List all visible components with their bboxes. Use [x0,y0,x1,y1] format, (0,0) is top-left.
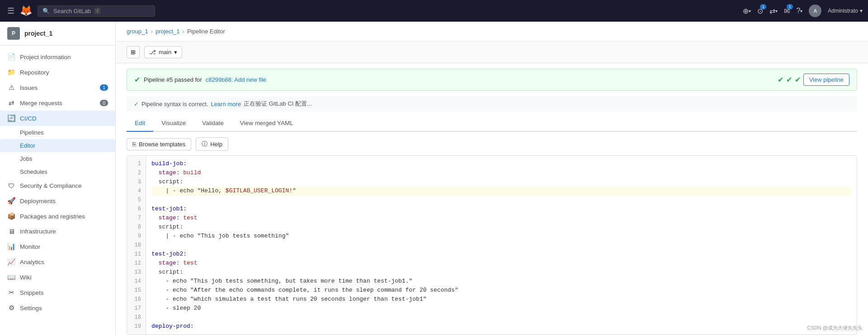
sidebar-item-deployments-label: Deployments [20,198,56,205]
cicd-icon: 🔄 [7,114,15,122]
diagram-view-button[interactable]: ⊞ [127,46,140,58]
sidebar-sub-jobs-label: Jobs [20,155,32,162]
wiki-icon: 📖 [7,273,15,281]
sidebar-item-settings-label: Settings [20,305,42,312]
sidebar-item-analytics[interactable]: 📈 Analytics [0,254,115,270]
user-name-label: Administrato [828,8,858,14]
sidebar-item-merge-requests[interactable]: ⇄ Merge requests 0 [0,95,115,111]
deployments-icon: 🚀 [7,197,15,205]
help-button[interactable]: ⓘ Help [196,137,228,151]
tab-visualize[interactable]: Visualize [153,115,194,132]
sidebar-item-snippets[interactable]: ✂ Snippets [0,285,115,300]
line-number: 7 [127,214,146,223]
breadcrumb-project[interactable]: project_1 [156,28,179,35]
search-slash-badge: / [94,8,100,14]
code-line: - echo "which simulates a test that runs… [151,295,851,304]
line-number: 15 [127,286,146,295]
help-nav-button[interactable]: ?▾ [796,7,802,15]
sidebar-project-header[interactable]: P project_1 [0,22,115,46]
pipeline-commit-link[interactable]: c8299b88: Add new file [206,76,266,83]
editor-actions: ⎘ Browse templates ⓘ Help [127,137,857,151]
code-line: - sleep 20 [151,304,851,313]
user-menu[interactable]: Administrato ▾ [828,8,863,14]
code-line: script: [151,177,851,186]
user-avatar[interactable]: A [809,5,821,17]
code-line [151,241,851,250]
search-bar[interactable]: 🔍 Search GitLab / [38,5,155,17]
sidebar-item-packages[interactable]: 📦 Packages and registries [0,209,115,224]
line-number: 8 [127,223,146,232]
breadcrumb-group[interactable]: group_1 [127,28,148,35]
code-line: deploy-prod: [151,322,851,331]
sidebar-item-security[interactable]: 🛡 Security & Compliance [0,178,115,193]
branch-selector[interactable]: ⎇ main ▾ [144,46,182,58]
pipeline-status-icon-2: ✔ [786,75,792,84]
breadcrumb-sep-1: › [151,28,153,35]
code-content[interactable]: build-job: stage: build script: | - echo… [146,156,857,335]
sidebar-sub-jobs[interactable]: Jobs [0,152,115,165]
sidebar-item-issues[interactable]: ⚠ Issues 1 [0,80,115,95]
branch-name: main [159,49,171,56]
line-number: 17 [127,304,146,313]
merge-requests-icon: ⇄ [7,99,15,107]
line-number: 14 [127,277,146,286]
settings-icon: ⚙ [7,304,15,312]
code-line: stage: test [151,214,851,223]
sidebar-sub-pipelines[interactable]: Pipelines [0,126,115,139]
line-number: 1 [127,159,146,168]
pipeline-check-icon: ✔ [134,75,140,84]
sidebar-item-repository-label: Repository [20,69,49,76]
merge-requests-nav-button[interactable]: ⇄▾ [769,7,778,15]
browse-templates-button[interactable]: ⎘ Browse templates [127,138,191,150]
tab-view-merged[interactable]: View merged YAML [232,115,302,132]
sidebar-item-deployments[interactable]: 🚀 Deployments [0,193,115,209]
sidebar-sub-pipelines-label: Pipelines [20,129,44,136]
issues-icon: ⚠ [7,84,15,92]
mail-nav-button[interactable]: ✉ 1 [784,7,790,15]
plus-menu-button[interactable]: ⊕▾ [743,7,751,15]
sidebar-item-repository[interactable]: 📁 Repository [0,65,115,80]
security-icon: 🛡 [7,182,15,190]
sidebar-item-analytics-label: Analytics [20,259,44,265]
sidebar-item-merge-requests-label: Merge requests [20,100,62,107]
hamburger-icon[interactable]: ☰ [5,4,16,18]
line-number: 18 [127,313,146,322]
pipeline-status-icon-1: ✔ [778,75,783,84]
search-icon: 🔍 [42,8,50,14]
code-line: - echo "This job tests something, but ta… [151,277,851,286]
line-number: 3 [127,177,146,186]
merge-requests-badge: 0 [100,100,108,106]
monitor-icon: 📊 [7,242,15,251]
sidebar-item-project-info-label: Project information [20,54,71,60]
view-pipeline-button[interactable]: View pipeline [803,74,849,86]
sidebar-sub-editor[interactable]: Editor [0,139,115,152]
sidebar-item-settings[interactable]: ⚙ Settings [0,300,115,316]
mail-nav-badge: 1 [787,4,793,9]
code-editor[interactable]: 12345678910111213141516171819 build-job:… [127,155,857,335]
help-label: Help [210,141,222,148]
sidebar-item-project-info[interactable]: 📄 Project information [0,49,115,65]
learn-more-link[interactable]: Learn more [211,101,241,107]
syntax-check-chinese: 正在验证 GitLab CI 配置... [244,100,312,108]
sidebar-item-security-label: Security & Compliance [20,182,82,189]
tab-validate[interactable]: Validate [194,115,232,132]
help-circle-icon: ⓘ [202,140,208,148]
main-content: group_1 › project_1 › Pipeline Editor ⊞ … [116,22,868,335]
browse-templates-icon: ⎘ [132,141,136,148]
sidebar-item-wiki[interactable]: 📖 Wiki [0,270,115,285]
editor-tabs: Edit Visualize Validate View merged YAML [127,115,857,132]
sidebar-item-cicd[interactable]: 🔄 CI/CD [0,111,115,126]
code-line: - echo "After the echo commands complete… [151,286,851,295]
sidebar-item-wiki-label: Wiki [20,274,32,281]
sidebar-sub-editor-label: Editor [20,142,35,149]
issues-nav-button[interactable]: ⊙ 1 [757,7,763,15]
repository-icon: 📁 [7,68,15,76]
line-number: 10 [127,241,146,250]
sidebar-sub-schedules[interactable]: Schedules [0,165,115,178]
sidebar-item-packages-label: Packages and registries [20,213,85,220]
diagram-icon: ⊞ [131,49,136,56]
sidebar-item-monitor[interactable]: 📊 Monitor [0,239,115,254]
sidebar-item-infrastructure[interactable]: 🖥 Infrastructure [0,224,115,239]
code-line: script: [151,223,851,232]
tab-edit[interactable]: Edit [127,115,153,132]
